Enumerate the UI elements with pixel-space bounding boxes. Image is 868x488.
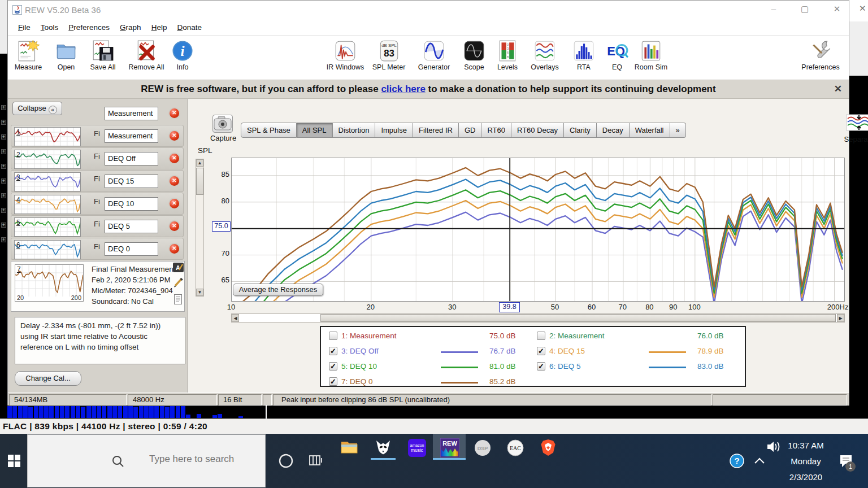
amazon-music-button[interactable]: amazonmusic — [407, 434, 427, 488]
tab-waterfall[interactable]: Waterfall — [630, 123, 670, 138]
measurement-name-input[interactable]: Measurement — [105, 107, 158, 120]
foobar2000-button[interactable] — [373, 434, 393, 488]
horizontal-scrollbar[interactable]: ◀ ▶ — [231, 313, 845, 323]
tab-decay[interactable]: Decay — [597, 123, 630, 138]
spl-meter-button[interactable]: dB SPL83 SPL Meter — [366, 39, 411, 71]
change-cal-button[interactable]: Change Cal... — [15, 371, 81, 386]
menu-tools[interactable]: Tools — [41, 20, 59, 32]
vscroll-thumb[interactable] — [196, 168, 203, 195]
delete-measurement-icon[interactable]: ✕ — [168, 243, 180, 255]
start-button[interactable] — [0, 434, 27, 488]
spectrum-bar — [71, 406, 75, 418]
measurement-thumbnail[interactable]: 2 — [14, 150, 81, 169]
menu-preferences[interactable]: Preferences — [68, 20, 110, 32]
measurement-name-input[interactable]: DEQ Off — [105, 152, 158, 165]
tray-chevron-icon[interactable] — [754, 457, 765, 464]
scroll-right-icon[interactable]: ▶ — [837, 314, 844, 322]
tab-impulse[interactable]: Impulse — [375, 123, 413, 138]
overlays-button[interactable]: Overlays — [522, 39, 567, 71]
info-label: Info — [160, 63, 205, 71]
cortana-button[interactable] — [276, 434, 296, 488]
rename-icon[interactable]: A — [173, 263, 184, 273]
measurement-name-input[interactable]: DEQ 15 — [105, 175, 158, 188]
delete-measurement-icon[interactable]: ✕ — [168, 175, 180, 187]
tab-filtered-ir[interactable]: Filtered IR — [413, 123, 459, 138]
menu-donate[interactable]: Donate — [177, 20, 202, 32]
taskbar-search[interactable] — [27, 434, 266, 487]
menu-help[interactable]: Help — [151, 20, 167, 32]
separate-button[interactable]: Separate — [840, 114, 868, 143]
truncated-title-text: Fi — [94, 152, 100, 160]
hscroll-thumb[interactable] — [320, 314, 836, 322]
legend-checkbox[interactable] — [537, 332, 545, 340]
scroll-up-icon[interactable]: ▲ — [196, 159, 203, 167]
tab-gd[interactable]: GD — [459, 123, 482, 138]
dsp-button[interactable]: DSP — [473, 434, 493, 488]
info-button[interactable]: i Info — [160, 39, 205, 71]
task-view-button[interactable] — [305, 434, 326, 488]
tray-clock[interactable]: 10:37 AM Monday 2/3/2020 — [783, 441, 829, 488]
menu-graph[interactable]: Graph — [120, 20, 141, 32]
spectrum-bar — [49, 406, 54, 418]
spl-plot[interactable] — [231, 158, 845, 302]
rew-taskbar-button[interactable]: REW — [440, 434, 460, 488]
tab--[interactable]: » — [670, 123, 686, 138]
delete-measurement-icon[interactable]: ✕ — [168, 152, 180, 164]
tab-rt60[interactable]: RT60 — [481, 123, 511, 138]
delete-measurement-icon[interactable]: ✕ — [168, 198, 180, 210]
preferences-button[interactable]: Preferences — [798, 39, 843, 71]
notes-icon[interactable] — [173, 294, 184, 304]
save-all-button[interactable]: Save All — [80, 39, 125, 71]
delete-measurement-icon[interactable]: ✕ — [168, 220, 180, 232]
measurement-thumbnail[interactable]: 5 — [14, 217, 81, 237]
donate-link[interactable]: click here — [381, 84, 425, 94]
tab-all-spl[interactable]: All SPL — [297, 123, 333, 138]
title-bar[interactable]: REW V5.20 Beta 36 – ▢ ✕ — [8, 1, 849, 20]
menu-file[interactable]: File — [18, 20, 31, 32]
tab-clarity[interactable]: Clarity — [564, 123, 597, 138]
average-responses-button[interactable]: Average the Responses — [233, 284, 323, 296]
legend-checkbox[interactable]: ✓ — [537, 362, 545, 371]
legend-checkbox[interactable]: ✓ — [329, 362, 337, 371]
ir-windows-label: IR Windows — [323, 63, 368, 71]
brave-button[interactable] — [539, 434, 559, 488]
selected-measurement[interactable]: 7 20 200 Final Final Measurement Feb 2, … — [11, 261, 185, 312]
measurement-name-input[interactable]: DEQ 5 — [105, 220, 158, 233]
edit-pencil-icon[interactable] — [173, 277, 184, 287]
volume-icon[interactable] — [766, 441, 782, 453]
ir-windows-button[interactable]: IR Windows — [323, 39, 368, 71]
measurement-thumbnail[interactable]: 4 — [14, 195, 81, 214]
legend-checkbox[interactable]: ✓ — [537, 347, 545, 355]
scroll-left-icon[interactable]: ◀ — [232, 314, 239, 322]
help-tray-icon[interactable]: ? — [730, 454, 744, 468]
tab-spl-phase[interactable]: SPL & Phase — [241, 123, 297, 138]
close-button[interactable]: ✕ — [828, 4, 845, 14]
minimize-button[interactable]: – — [765, 4, 782, 14]
background-close-icon[interactable]: ✕ — [859, 3, 866, 14]
legend-checkbox[interactable]: ✓ — [329, 377, 337, 386]
measurement-name-input[interactable]: Measurement — [105, 129, 158, 143]
file-explorer-button[interactable] — [339, 434, 359, 488]
delete-measurement-icon[interactable]: ✕ — [168, 107, 180, 119]
maximize-button[interactable]: ▢ — [796, 4, 813, 14]
room-sim-button[interactable]: Room Sim — [628, 39, 674, 71]
legend-line-swatch — [649, 351, 686, 353]
eac-button[interactable]: EAC — [506, 434, 526, 488]
scroll-down-icon[interactable]: ▼ — [196, 289, 203, 296]
search-input[interactable] — [149, 454, 259, 465]
legend-checkbox[interactable]: ✓ — [329, 347, 337, 355]
measurement-name-input[interactable]: DEQ 0 — [105, 242, 158, 256]
capture-button[interactable] — [212, 115, 233, 133]
vertical-scrollbar[interactable]: ▲ ▼ — [196, 159, 204, 297]
tab-rt60-decay[interactable]: RT60 Decay — [511, 123, 564, 138]
banner-close-icon[interactable]: ✕ — [834, 80, 842, 98]
legend-checkbox[interactable] — [329, 332, 337, 340]
delete-measurement-icon[interactable]: ✕ — [168, 130, 180, 142]
generator-button[interactable]: Generator — [411, 39, 457, 71]
measurement-thumbnail[interactable]: 1 — [14, 127, 81, 146]
tab-distortion[interactable]: Distortion — [333, 123, 376, 138]
measurement-name-input[interactable]: DEQ 10 — [105, 197, 158, 211]
collapse-button[interactable]: Collapse« — [12, 102, 62, 115]
measurement-thumbnail[interactable]: 3 — [14, 172, 81, 191]
measurement-thumbnail[interactable]: 6 — [14, 240, 81, 259]
